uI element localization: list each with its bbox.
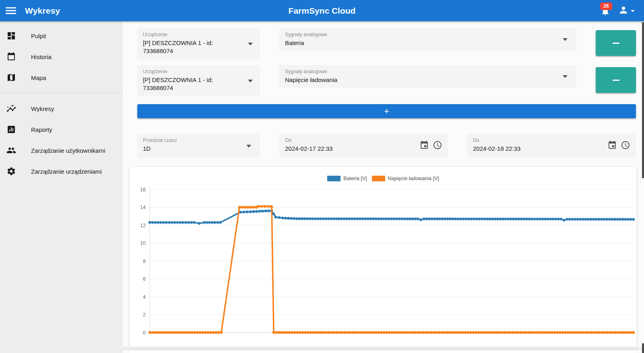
svg-text:8: 8 — [143, 259, 146, 264]
dashboard-icon — [6, 31, 16, 41]
signal-select-value: Napięcie ładowania — [285, 76, 571, 84]
chevron-down-icon — [246, 145, 251, 148]
sidebar-item-label: Wykresy — [31, 105, 54, 112]
legend-label: Bateria [V] — [343, 176, 367, 181]
card-gap — [123, 347, 644, 350]
sidebar-item-raporty[interactable]: Raporty — [0, 119, 123, 140]
legend-item-bateria[interactable]: Bateria [V] — [327, 176, 367, 181]
legend-swatch — [327, 176, 341, 181]
svg-text:6: 6 — [143, 276, 146, 282]
svg-text:12: 12 — [140, 223, 146, 228]
date-to-field[interactable]: Do 2024-02-18 22:33 — [467, 134, 636, 158]
device-select-value: [P] DESZCZOWNIA 1 - id: 733688074 — [143, 76, 239, 92]
clock-picker-icon[interactable] — [433, 140, 442, 150]
signal-selector-row: Urządzenie [P] DESZCZOWNIA 1 - id: 73368… — [137, 65, 636, 96]
device-select-value: [P] DESZCZOWNIA 1 - id: 733688074 — [143, 39, 239, 55]
svg-text:2: 2 — [143, 312, 146, 318]
scrollbar-corner — [642, 343, 644, 353]
sidebar-item-label: Zarządzanie urządzeniami — [31, 168, 102, 175]
device-select-label: Urządzenie — [143, 32, 254, 37]
sidebar-item-zarzadzanie-uzytkownikami[interactable]: Zarządzanie użytkownikami — [0, 140, 123, 161]
svg-text:14: 14 — [140, 205, 146, 210]
chart-legend: Bateria [V] Napięcie ładowania [V] — [130, 167, 637, 181]
page-title: Wykresy — [25, 0, 60, 21]
interval-select-label: Przedział czasu — [143, 138, 254, 143]
chart-plot-area: 0246810121416 — [131, 184, 635, 343]
svg-text:0: 0 — [143, 330, 146, 336]
sidebar-item-label: Historia — [31, 53, 52, 60]
legend-swatch — [372, 176, 385, 181]
sidebar-item-zarzadzanie-urzadzeniami[interactable]: Zarządzanie urządzeniami — [0, 161, 123, 182]
user-menu-button[interactable] — [618, 5, 638, 18]
date-from-field[interactable]: Od 2024-02-17 22:33 — [279, 134, 448, 158]
sidebar-item-label: Pulpit — [31, 33, 46, 39]
signal-select[interactable]: Sygnały analogowe Bateria — [279, 28, 576, 51]
date-to-value: 2024-02-18 22:33 — [473, 145, 630, 153]
next-card-edge — [130, 350, 637, 353]
legend-label: Napięcie ładowania [V] — [388, 176, 439, 181]
date-from-label: Od — [285, 138, 442, 143]
sidebar-item-label: Raporty — [31, 126, 52, 133]
sidebar-item-pulpit[interactable]: Pulpit — [0, 25, 123, 46]
signal-selector-row: Urządzenie [P] DESZCZOWNIA 1 - id: 73368… — [137, 28, 636, 60]
signal-select-label: Sygnały analogowe — [285, 69, 571, 74]
calendar-picker-icon[interactable] — [607, 140, 617, 150]
topbar: Wykresy FarmSync Cloud 26 — [0, 0, 644, 21]
sidebar-item-historia[interactable]: Historia — [0, 46, 123, 67]
signal-select-value: Bateria — [285, 39, 571, 47]
add-series-button[interactable]: + — [137, 104, 636, 118]
device-select-label: Urządzenie — [143, 69, 254, 74]
vertical-scrollbar[interactable] — [642, 22, 644, 178]
chevron-down-icon — [563, 38, 568, 41]
notification-badge: 26 — [600, 2, 612, 10]
notifications-button[interactable]: 26 — [600, 2, 616, 20]
chevron-down-icon — [563, 75, 568, 78]
person-icon — [618, 5, 629, 15]
group-icon — [6, 146, 16, 155]
analytics-icon — [6, 125, 16, 134]
menu-icon[interactable] — [6, 6, 16, 15]
chevron-down-icon — [248, 43, 253, 45]
app-title: FarmSync Cloud — [0, 0, 644, 21]
main-content: Urządzenie [P] DESZCZOWNIA 1 - id: 73368… — [123, 21, 644, 353]
time-range-row: Przedział czasu 1D Od 2024-02-17 22:33 D… — [137, 134, 636, 158]
map-icon — [6, 73, 16, 82]
sidebar-item-wykresy[interactable]: Wykresy — [0, 98, 123, 119]
calendar-icon — [6, 52, 16, 62]
signal-select-label: Sygnały analogowe — [285, 32, 571, 37]
sidebar-item-label: Zarządzanie użytkownikami — [31, 147, 105, 154]
remove-series-button[interactable] — [596, 67, 636, 93]
sidebar-divider — [0, 93, 123, 93]
device-select[interactable]: Urządzenie [P] DESZCZOWNIA 1 - id: 73368… — [137, 65, 260, 96]
chevron-down-icon — [631, 10, 635, 12]
line-chart: 0246810121416 — [131, 184, 637, 345]
svg-text:10: 10 — [140, 240, 146, 246]
calendar-picker-icon[interactable] — [419, 140, 429, 150]
interval-select-value: 1D — [143, 145, 254, 153]
chevron-down-icon — [248, 80, 253, 82]
interval-select[interactable]: Przedział czasu 1D — [137, 134, 260, 158]
signal-select[interactable]: Sygnały analogowe Napięcie ładowania — [279, 65, 576, 88]
date-to-label: Do — [473, 138, 630, 143]
sidebar-item-label: Mapa — [31, 74, 46, 81]
chart-card: Bateria [V] Napięcie ładowania [V] 02468… — [130, 167, 637, 347]
legend-item-napiecie-ladowania[interactable]: Napięcie ładowania [V] — [372, 176, 439, 181]
gear-icon — [6, 166, 16, 176]
device-select[interactable]: Urządzenie [P] DESZCZOWNIA 1 - id: 73368… — [137, 28, 260, 60]
minus-icon — [613, 43, 619, 44]
sidebar: Pulpit Historia Mapa Wykresy Raporty Zar… — [0, 21, 123, 353]
svg-text:16: 16 — [140, 187, 146, 193]
sidebar-item-mapa[interactable]: Mapa — [0, 67, 123, 88]
minus-icon — [613, 80, 619, 81]
svg-text:4: 4 — [143, 294, 146, 300]
insights-icon — [6, 104, 16, 113]
remove-series-button[interactable] — [596, 30, 636, 56]
date-from-value: 2024-02-17 22:33 — [285, 145, 442, 153]
clock-picker-icon[interactable] — [621, 140, 630, 150]
